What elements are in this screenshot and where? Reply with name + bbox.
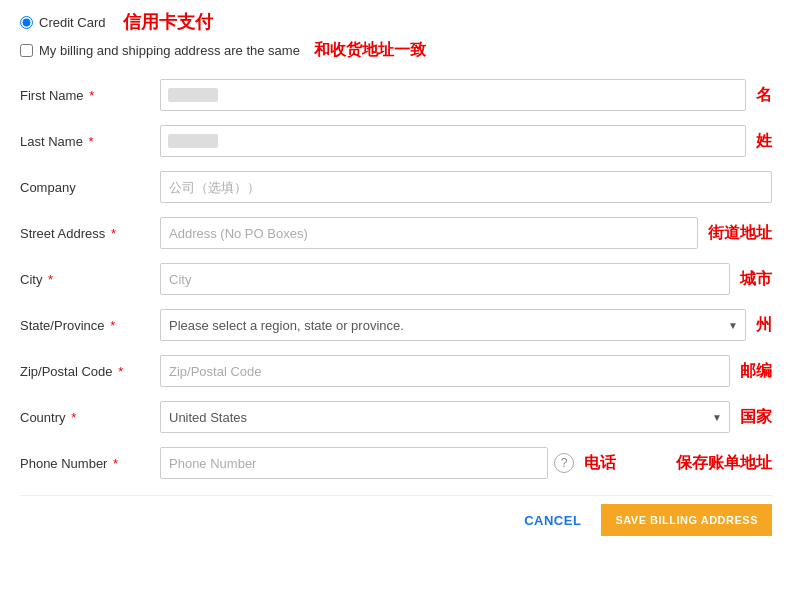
country-label: Country * — [20, 410, 160, 425]
first-name-required: * — [89, 88, 94, 103]
zip-postal-chinese: 邮编 — [740, 361, 772, 382]
first-name-label: First Name * — [20, 88, 160, 103]
country-chinese: 国家 — [740, 407, 772, 428]
zip-postal-label: Zip/Postal Code * — [20, 364, 160, 379]
last-name-chinese: 姓 — [756, 131, 772, 152]
city-label: City * — [20, 272, 160, 287]
first-name-prefilled — [168, 88, 218, 102]
company-field — [160, 171, 772, 203]
country-row: Country * United States Canada United Ki… — [20, 399, 772, 435]
payment-chinese-annotation: 信用卡支付 — [123, 10, 213, 34]
last-name-field — [160, 125, 746, 157]
company-row: Company — [20, 169, 772, 205]
street-address-row: Street Address * 街道地址 — [20, 215, 772, 251]
state-province-label: State/Province * — [20, 318, 160, 333]
state-province-field: Please select a region, state or provinc… — [160, 309, 746, 341]
bottom-bar: CANCEL SAVE BILLING ADDRESS — [20, 495, 772, 536]
save-billing-address-button[interactable]: SAVE BILLING ADDRESS — [601, 504, 772, 536]
last-name-required: * — [89, 134, 94, 149]
phone-help-icon[interactable]: ? — [554, 453, 574, 473]
city-input[interactable] — [160, 263, 730, 295]
phone-number-chinese: 电话 — [584, 453, 616, 474]
state-province-select[interactable]: Please select a region, state or provinc… — [160, 309, 746, 341]
street-address-required: * — [111, 226, 116, 241]
state-province-required: * — [110, 318, 115, 333]
first-name-row: First Name * 名 — [20, 77, 772, 113]
zip-postal-row: Zip/Postal Code * 邮编 — [20, 353, 772, 389]
first-name-field — [160, 79, 746, 111]
last-name-label: Last Name * — [20, 134, 160, 149]
city-chinese: 城市 — [740, 269, 772, 290]
street-address-field — [160, 217, 698, 249]
phone-number-input[interactable] — [160, 447, 548, 479]
city-row: City * 城市 — [20, 261, 772, 297]
city-required: * — [48, 272, 53, 287]
billing-shipping-label: My billing and shipping address are the … — [39, 43, 300, 58]
credit-card-radio-label[interactable]: Credit Card — [20, 15, 105, 30]
phone-number-required: * — [113, 456, 118, 471]
zip-postal-input[interactable] — [160, 355, 730, 387]
country-select[interactable]: United States Canada United Kingdom Aust… — [160, 401, 730, 433]
billing-shipping-chinese: 和收货地址一致 — [314, 40, 426, 61]
phone-number-label: Phone Number * — [20, 456, 160, 471]
save-chinese-annotation: 保存账单地址 — [676, 453, 772, 474]
last-name-input[interactable] — [160, 125, 746, 157]
zip-postal-field — [160, 355, 730, 387]
street-address-label: Street Address * — [20, 226, 160, 241]
last-name-row: Last Name * 姓 — [20, 123, 772, 159]
first-name-input[interactable] — [160, 79, 746, 111]
state-province-chinese: 州 — [756, 315, 772, 336]
credit-card-radio[interactable] — [20, 16, 33, 29]
street-address-input[interactable] — [160, 217, 698, 249]
street-address-chinese: 街道地址 — [708, 223, 772, 244]
phone-number-row: Phone Number * ? 电话 保存账单地址 — [20, 445, 772, 481]
phone-number-field: ? — [160, 447, 574, 479]
credit-card-label: Credit Card — [39, 15, 105, 30]
zip-postal-required: * — [118, 364, 123, 379]
first-name-chinese: 名 — [756, 85, 772, 106]
state-province-row: State/Province * Please select a region,… — [20, 307, 772, 343]
city-field — [160, 263, 730, 295]
billing-shipping-same-checkbox[interactable] — [20, 44, 33, 57]
country-field: United States Canada United Kingdom Aust… — [160, 401, 730, 433]
company-label: Company — [20, 180, 160, 195]
company-input[interactable] — [160, 171, 772, 203]
last-name-prefilled — [168, 134, 218, 148]
bottom-area: CANCEL SAVE BILLING ADDRESS — [20, 495, 772, 536]
cancel-button[interactable]: CANCEL — [524, 513, 581, 528]
country-required: * — [71, 410, 76, 425]
